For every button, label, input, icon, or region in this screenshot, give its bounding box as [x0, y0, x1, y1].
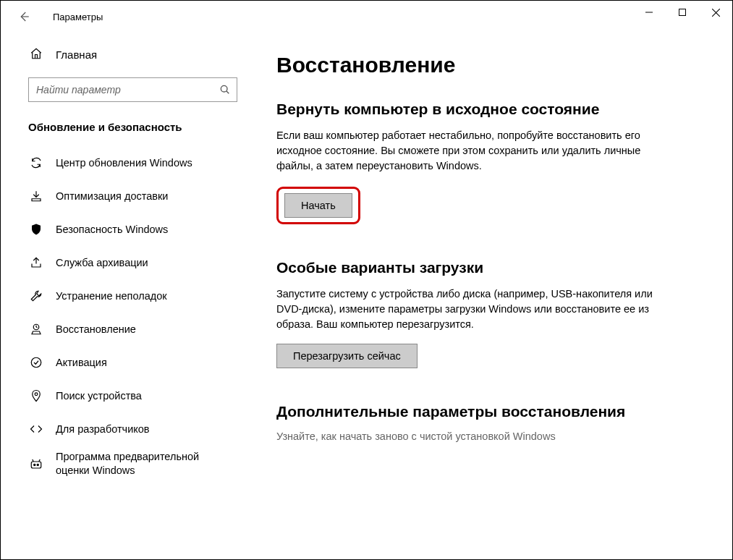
- sidebar-item-for-developers[interactable]: Для разработчиков: [1, 412, 250, 446]
- maximize-icon: [679, 9, 686, 16]
- svg-point-1: [221, 85, 227, 92]
- reset-start-button[interactable]: Начать: [284, 193, 352, 218]
- sidebar-item-troubleshoot[interactable]: Устранение неполадок: [1, 279, 250, 313]
- delivery-icon: [30, 190, 43, 203]
- minimize-button[interactable]: [632, 1, 666, 24]
- close-button[interactable]: [699, 1, 732, 24]
- find-device-icon: [30, 389, 43, 402]
- sidebar-item-label: Устранение неполадок: [56, 289, 233, 303]
- section-advanced-startup: Особые варианты загрузки Запустите систе…: [276, 259, 706, 368]
- svg-rect-5: [31, 462, 41, 468]
- sidebar-item-label: Безопасность Windows: [56, 223, 233, 237]
- section-more-recovery: Дополнительные параметры восстановления …: [276, 403, 706, 442]
- sidebar-item-label: Восстановление: [56, 323, 233, 336]
- svg-point-7: [37, 464, 38, 465]
- back-arrow-icon: [17, 10, 30, 23]
- section-reset-pc: Вернуть компьютер в исходное состояние Е…: [276, 101, 706, 224]
- back-button[interactable]: [11, 4, 37, 30]
- home-label: Главная: [56, 48, 97, 61]
- recovery-icon: [30, 323, 43, 336]
- activation-icon: [30, 356, 43, 369]
- settings-window: Параметры Главная: [0, 0, 733, 560]
- sidebar-item-label: Служба архивации: [56, 256, 233, 270]
- sidebar-item-windows-update[interactable]: Центр обновления Windows: [1, 146, 250, 179]
- svg-point-4: [35, 393, 38, 396]
- svg-point-3: [31, 357, 41, 368]
- sidebar-item-label: Активация: [56, 356, 233, 370]
- home-link[interactable]: Главная: [1, 40, 250, 69]
- sync-icon: [30, 156, 43, 169]
- maximize-button[interactable]: [666, 1, 699, 24]
- window-title: Параметры: [37, 12, 103, 22]
- sidebar-item-label: Центр обновления Windows: [56, 156, 233, 170]
- sidebar-item-label: Программа предварительной оценки Windows: [56, 450, 233, 478]
- titlebar: Параметры: [1, 1, 732, 33]
- sidebar-item-label: Для разработчиков: [56, 423, 233, 436]
- svg-point-6: [34, 464, 35, 465]
- svg-rect-0: [679, 9, 686, 16]
- fresh-start-link[interactable]: Узнайте, как начать заново с чистой уста…: [276, 430, 706, 442]
- sidebar-item-recovery[interactable]: Восстановление: [1, 313, 250, 346]
- sidebar: Главная Обновление и безопасность Центр …: [1, 33, 250, 559]
- search-box[interactable]: [28, 77, 237, 102]
- restart-now-button[interactable]: Перезагрузить сейчас: [276, 344, 418, 368]
- sidebar-item-find-device[interactable]: Поиск устройства: [1, 379, 250, 412]
- sidebar-item-windows-security[interactable]: Безопасность Windows: [1, 213, 250, 246]
- shield-icon: [30, 223, 43, 236]
- search-icon: [219, 84, 231, 96]
- sidebar-item-backup[interactable]: Служба архивации: [1, 246, 250, 279]
- sidebar-item-insider-program[interactable]: Программа предварительной оценки Windows: [1, 446, 250, 482]
- more-recovery-heading: Дополнительные параметры восстановления: [276, 403, 706, 420]
- advanced-startup-description: Запустите систему с устройства либо диск…: [276, 287, 667, 332]
- sidebar-item-delivery-optimization[interactable]: Оптимизация доставки: [1, 179, 250, 213]
- home-icon: [30, 47, 44, 61]
- page-title: Восстановление: [276, 53, 706, 77]
- advanced-startup-heading: Особые варианты загрузки: [276, 259, 706, 276]
- wrench-icon: [30, 289, 43, 302]
- sidebar-item-activation[interactable]: Активация: [1, 346, 250, 379]
- main-content: Восстановление Вернуть компьютер в исход…: [250, 33, 732, 559]
- sidebar-item-label: Оптимизация доставки: [56, 190, 233, 203]
- sidebar-section-header: Обновление и безопасность: [1, 115, 250, 146]
- minimize-icon: [645, 9, 653, 16]
- search-input[interactable]: [36, 84, 219, 96]
- reset-heading: Вернуть компьютер в исходное состояние: [276, 101, 706, 118]
- dev-icon: [30, 423, 43, 436]
- highlight-annotation: Начать: [276, 187, 360, 224]
- window-controls: [632, 1, 732, 24]
- sidebar-item-label: Поиск устройства: [56, 389, 233, 403]
- close-icon: [712, 9, 720, 17]
- reset-description: Если ваш компьютер работает нестабильно,…: [276, 128, 667, 174]
- insider-icon: [30, 457, 43, 470]
- backup-icon: [30, 256, 43, 269]
